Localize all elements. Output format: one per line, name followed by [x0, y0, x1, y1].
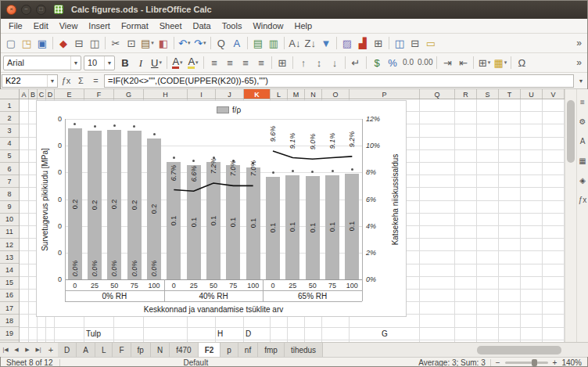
- font-color-button[interactable]: A▾: [170, 55, 185, 71]
- row-header-12[interactable]: 12: [0, 239, 19, 251]
- column-header-g[interactable]: G: [114, 89, 144, 99]
- chevron-down-icon[interactable]: ▾: [488, 59, 491, 66]
- open-file-button[interactable]: ◳: [19, 35, 34, 52]
- sheet-tab-fp[interactable]: fp: [131, 343, 151, 357]
- undo-button[interactable]: ↶▾: [177, 35, 192, 52]
- print-preview-button[interactable]: ◫: [87, 35, 102, 52]
- insert-chart-button[interactable]: ▟: [355, 35, 371, 52]
- toolbar-overflow-button[interactable]: »: [573, 38, 585, 49]
- insert-pivot-table-button[interactable]: ⊞: [371, 35, 386, 52]
- styles-deck-icon[interactable]: A: [580, 138, 586, 146]
- column-header-e[interactable]: E: [55, 89, 84, 99]
- cell-grid[interactable]: f/ρ012%010%08%06%04%02%00%0.20.0%00.20.0…: [20, 99, 565, 342]
- toolbar-overflow-button[interactable]: »: [573, 57, 585, 68]
- chevron-down-icon[interactable]: ▾: [203, 40, 206, 46]
- next-sheet-button[interactable]: ▶: [22, 347, 33, 353]
- row-header-13[interactable]: 13: [0, 251, 19, 264]
- last-sheet-button[interactable]: ▶|: [33, 347, 44, 353]
- cell-P19[interactable]: G: [350, 328, 420, 340]
- zoom-slider[interactable]: [505, 362, 548, 364]
- paste-button[interactable]: ▤▾: [139, 35, 156, 52]
- first-sheet-button[interactable]: |◀: [0, 347, 11, 353]
- print-button[interactable]: ⊟: [71, 35, 87, 52]
- sheet-tab-p[interactable]: p: [220, 343, 238, 357]
- find-replace-button[interactable]: Q: [213, 35, 229, 52]
- chevron-down-icon[interactable]: ▾: [151, 40, 154, 46]
- sheet-tab-f470[interactable]: f470: [170, 343, 198, 357]
- copy-button[interactable]: ⊡: [124, 35, 139, 52]
- row-header-17[interactable]: 17: [0, 302, 19, 315]
- cut-button[interactable]: ✂: [108, 35, 124, 52]
- column-header-b[interactable]: B: [29, 89, 38, 99]
- row-header-3[interactable]: 3: [0, 124, 19, 137]
- functions-deck-icon[interactable]: ƒx: [579, 196, 587, 204]
- font-name-combo[interactable]: Arial ▼: [3, 56, 81, 70]
- split-window-button[interactable]: ⊟: [407, 35, 423, 52]
- close-button[interactable]: ×: [6, 5, 16, 15]
- add-sheet-button[interactable]: +: [44, 345, 58, 354]
- column-header-o[interactable]: O: [322, 89, 350, 99]
- align-top-button[interactable]: ↑: [296, 55, 311, 71]
- menu-data[interactable]: Data: [187, 20, 216, 31]
- add-decimal-place-button[interactable]: 0.00: [416, 55, 434, 71]
- save-button[interactable]: ▣: [34, 35, 50, 52]
- menu-insert[interactable]: Insert: [83, 20, 116, 31]
- vertical-scrollbar[interactable]: [565, 89, 576, 342]
- freeze-rows-columns-button[interactable]: ◫: [392, 35, 407, 52]
- sheet-tab-l[interactable]: L: [95, 343, 113, 357]
- previous-sheet-button[interactable]: ◀: [11, 347, 22, 353]
- column-header-k[interactable]: K: [244, 89, 271, 99]
- align-right-button[interactable]: ≡: [238, 55, 253, 71]
- increase-indent-button[interactable]: ⇥: [439, 55, 455, 71]
- sheet-tab-f2[interactable]: F2: [199, 343, 221, 357]
- bold-button[interactable]: B: [117, 55, 133, 71]
- menu-help[interactable]: Help: [289, 20, 318, 31]
- spelling-button[interactable]: A: [229, 35, 245, 52]
- minimize-button[interactable]: −: [21, 5, 31, 15]
- new-document-button[interactable]: ▢: [3, 35, 19, 52]
- row-header-2[interactable]: 2: [0, 112, 19, 124]
- chevron-down-icon[interactable]: ▾: [504, 59, 507, 66]
- format-as-number-button[interactable]: 0.0: [400, 55, 416, 71]
- page-style[interactable]: Default: [184, 358, 209, 367]
- chevron-down-icon[interactable]: ▾: [180, 59, 183, 66]
- chevron-down-icon[interactable]: ▾: [159, 59, 162, 66]
- menu-format[interactable]: Format: [116, 20, 154, 31]
- horizontal-scrollbar-thumb[interactable]: [477, 346, 561, 354]
- column-header-f[interactable]: F: [84, 89, 114, 99]
- menu-edit[interactable]: Edit: [28, 20, 54, 31]
- select-all-corner[interactable]: [0, 89, 20, 99]
- zoom-level[interactable]: 140%: [561, 358, 582, 367]
- chevron-down-icon[interactable]: ▾: [188, 40, 191, 46]
- maximize-button[interactable]: □: [36, 5, 46, 15]
- formula-input[interactable]: =IF(K20<>"",(CODE(UPPER(K20))-65),""): [104, 74, 574, 88]
- cell-J19[interactable]: H: [216, 328, 244, 340]
- sort-descending-button[interactable]: Z↓: [303, 35, 318, 52]
- sum-icon[interactable]: Σ: [74, 76, 88, 85]
- menu-window[interactable]: Window: [247, 20, 289, 31]
- column-header-n[interactable]: N: [305, 89, 322, 99]
- gallery-deck-icon[interactable]: ▦: [579, 157, 586, 165]
- row-header-10[interactable]: 10: [0, 214, 19, 226]
- italic-button[interactable]: I: [133, 55, 149, 71]
- zoom-slider-thumb[interactable]: [532, 359, 537, 366]
- row-header-5[interactable]: 5: [0, 150, 19, 163]
- zoom-in-button[interactable]: +: [553, 358, 558, 367]
- chevron-down-icon[interactable]: ▾: [195, 59, 199, 66]
- zoom-out-button[interactable]: −: [496, 358, 500, 367]
- column-header-a[interactable]: A: [20, 89, 29, 99]
- row-header-14[interactable]: 14: [0, 264, 19, 276]
- row-header-18[interactable]: 18: [0, 315, 19, 327]
- row-header-9[interactable]: 9: [0, 201, 19, 214]
- row-header-7[interactable]: 7: [0, 175, 19, 188]
- align-bottom-button[interactable]: ↓: [327, 55, 342, 71]
- row-header-6[interactable]: 6: [0, 163, 19, 175]
- sheet-tab-a[interactable]: A: [77, 343, 95, 357]
- insert-row-button[interactable]: ▤: [250, 35, 266, 52]
- column-header-v[interactable]: V: [543, 89, 565, 99]
- title-bar[interactable]: × − □ Calc figures.ods - LibreOffice Cal…: [0, 0, 588, 19]
- sheet-tab-n[interactable]: N: [151, 343, 170, 357]
- highlighting-color-button[interactable]: A▾: [185, 55, 201, 71]
- column-header-r[interactable]: R: [455, 89, 477, 99]
- export-pdf-button[interactable]: ◆: [56, 35, 71, 52]
